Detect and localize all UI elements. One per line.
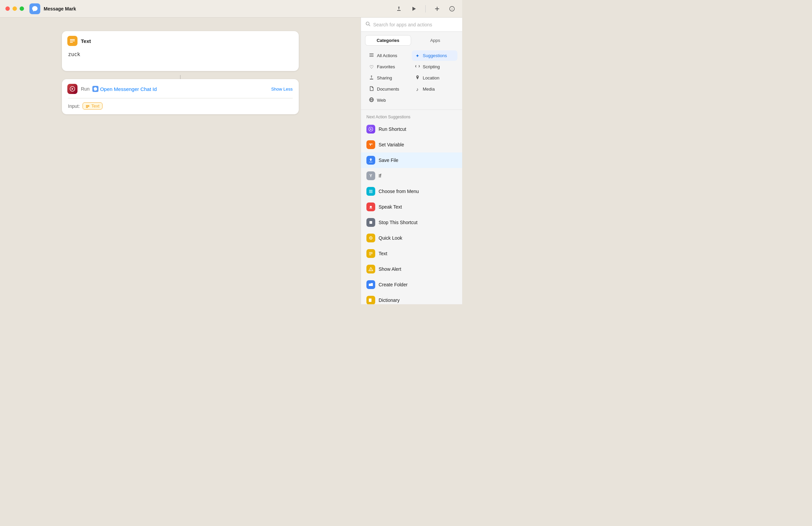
svg-text:i: i — [452, 7, 452, 11]
category-all-actions[interactable]: All Actions — [366, 50, 412, 61]
dictionary-label: Dictionary — [379, 298, 400, 303]
tab-categories[interactable]: Categories — [365, 35, 411, 46]
run-action-card: Run Open Messenger Chat Id Show Less Inp… — [62, 79, 299, 114]
search-bar — [361, 18, 462, 32]
speak-text-label: Speak Text — [379, 204, 402, 210]
action-list: Run Shortcut Set Variable Save File — [361, 121, 462, 304]
app-title: Message Mark — [44, 6, 76, 12]
action-save-file[interactable]: Save File — [361, 152, 462, 168]
fullscreen-button[interactable] — [20, 6, 24, 11]
messenger-action-label: Open Messenger Chat Id — [100, 86, 157, 92]
documents-icon — [368, 86, 375, 92]
svg-rect-24 — [369, 192, 373, 193]
favorites-label: Favorites — [377, 64, 395, 69]
stop-shortcut-icon — [366, 218, 375, 227]
svg-rect-14 — [369, 54, 374, 54]
search-input[interactable] — [373, 22, 458, 27]
category-scripting[interactable]: Scripting — [412, 61, 458, 72]
svg-rect-2 — [435, 9, 439, 9]
category-documents[interactable]: Documents — [366, 84, 412, 94]
action-dictionary[interactable]: Dictionary — [361, 292, 462, 304]
show-less-button[interactable]: Show Less — [271, 87, 293, 92]
run-input-row: Input: Text — [62, 99, 299, 114]
category-suggestions[interactable]: ✦ Suggestions — [412, 50, 458, 61]
category-sharing[interactable]: Sharing — [366, 73, 412, 83]
app-identity: Message Mark — [29, 3, 76, 14]
text-input[interactable]: zuck — [68, 50, 293, 65]
titlebar-actions: i — [394, 4, 457, 14]
set-variable-label: Set Variable — [379, 142, 404, 147]
svg-rect-5 — [70, 39, 75, 40]
svg-marker-21 — [371, 129, 372, 130]
quick-look-label: Quick Look — [379, 235, 402, 241]
action-choose-menu[interactable]: Choose from Menu — [361, 183, 462, 199]
minimize-button[interactable] — [13, 6, 17, 11]
create-folder-icon — [366, 280, 375, 289]
save-file-label: Save File — [379, 157, 398, 163]
media-icon: ♪ — [415, 87, 421, 92]
suggestions-header: Next Action Suggestions — [361, 111, 462, 121]
all-actions-label: All Actions — [377, 53, 397, 58]
text-card-body: zuck — [62, 50, 299, 71]
titlebar: Message Mark i — [0, 0, 462, 18]
scripting-icon — [415, 64, 421, 70]
svg-rect-10 — [86, 106, 89, 107]
scripting-label: Scripting — [423, 64, 440, 69]
text-card-label: Text — [81, 38, 91, 44]
documents-label: Documents — [377, 87, 399, 92]
category-location[interactable]: Location — [412, 73, 458, 83]
run-label: Run — [81, 86, 90, 92]
save-file-icon — [366, 156, 375, 165]
svg-rect-34 — [369, 299, 372, 302]
location-icon — [415, 75, 421, 81]
favorites-icon: ♡ — [368, 64, 375, 70]
share-button[interactable] — [394, 4, 404, 14]
action-stop-shortcut[interactable]: Stop This Shortcut — [361, 215, 462, 230]
app-icon — [29, 3, 40, 14]
svg-rect-11 — [86, 107, 88, 108]
action-speak-text[interactable]: Speak Text — [361, 199, 462, 215]
section-divider — [361, 109, 462, 110]
svg-rect-32 — [371, 269, 371, 270]
svg-rect-15 — [369, 55, 374, 56]
action-run-shortcut[interactable]: Run Shortcut — [361, 121, 462, 137]
action-set-variable[interactable]: Set Variable — [361, 137, 462, 152]
location-label: Location — [423, 75, 439, 80]
category-grid: All Actions ✦ Suggestions ♡ Favorites Sc… — [361, 46, 462, 108]
action-text[interactable]: Text — [361, 246, 462, 261]
tab-apps[interactable]: Apps — [412, 35, 459, 46]
category-web[interactable]: Web — [366, 95, 412, 105]
messenger-action-link[interactable]: Open Messenger Chat Id — [92, 86, 157, 92]
svg-point-12 — [366, 22, 369, 25]
web-label: Web — [377, 98, 386, 103]
sidebar: Categories Apps All Actions ✦ Suggestion… — [361, 18, 462, 304]
svg-rect-9 — [86, 105, 89, 106]
media-label: Media — [423, 87, 435, 92]
stop-shortcut-label: Stop This Shortcut — [379, 220, 418, 225]
close-button[interactable] — [5, 6, 10, 11]
all-actions-icon — [368, 53, 375, 59]
action-if[interactable]: Y If — [361, 168, 462, 183]
svg-rect-6 — [70, 41, 75, 41]
category-media[interactable]: ♪ Media — [412, 84, 458, 94]
input-variable-label: Text — [91, 103, 100, 108]
create-folder-label: Create Folder — [379, 282, 408, 287]
info-button[interactable]: i — [447, 4, 457, 14]
play-button[interactable] — [409, 4, 419, 14]
action-show-alert[interactable]: Show Alert — [361, 261, 462, 277]
input-label: Input: — [68, 103, 80, 109]
suggestions-icon: ✦ — [415, 53, 421, 59]
add-button[interactable] — [432, 4, 442, 14]
messenger-icon — [92, 86, 99, 92]
sharing-label: Sharing — [377, 75, 392, 80]
set-variable-icon — [366, 140, 375, 149]
search-icon — [366, 21, 371, 27]
action-quick-look[interactable]: Quick Look — [361, 230, 462, 246]
tab-row: Categories Apps — [361, 32, 462, 46]
action-create-folder[interactable]: Create Folder — [361, 277, 462, 292]
category-favorites[interactable]: ♡ Favorites — [366, 61, 412, 72]
if-icon: Y — [366, 171, 375, 180]
input-variable-badge[interactable]: Text — [83, 102, 102, 109]
svg-rect-35 — [370, 300, 371, 300]
suggestions-label: Suggestions — [423, 53, 447, 58]
